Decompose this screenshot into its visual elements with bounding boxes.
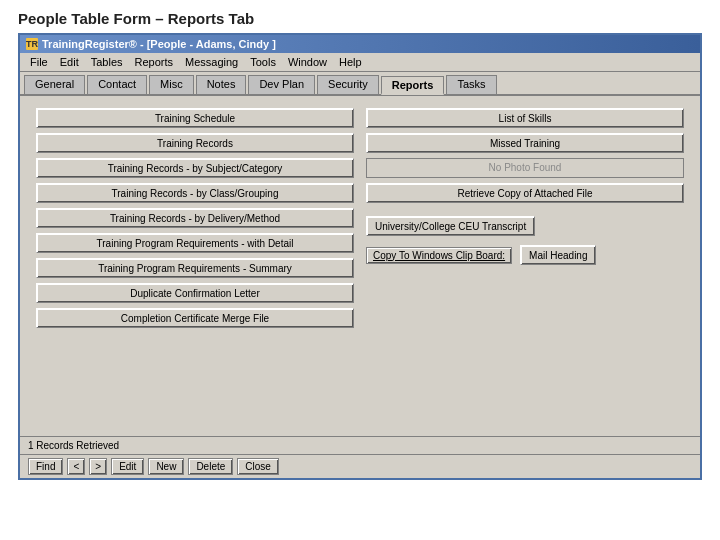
find-button[interactable]: Find — [28, 458, 63, 475]
btn-training-records-subject[interactable]: Training Records - by Subject/Category — [36, 158, 354, 178]
btn-training-records[interactable]: Training Records — [36, 133, 354, 153]
clip-label: Copy To Windows Clip Board: — [373, 250, 505, 261]
status-bar: 1 Records Retrieved — [20, 436, 700, 454]
btn-retrieve-copy[interactable]: Retrieve Copy of Attached File — [366, 183, 684, 203]
menu-help[interactable]: Help — [333, 55, 368, 69]
next-button[interactable]: > — [89, 458, 107, 475]
form-body: Training Schedule Training Records Train… — [20, 96, 700, 436]
records-retrieved: 1 Records Retrieved — [28, 440, 119, 451]
btn-list-skills[interactable]: List of Skills — [366, 108, 684, 128]
btn-duplicate-confirm[interactable]: Duplicate Confirmation Letter — [36, 283, 354, 303]
menu-file[interactable]: File — [24, 55, 54, 69]
prev-button[interactable]: < — [67, 458, 85, 475]
tab-misc[interactable]: Misc — [149, 75, 194, 94]
btn-program-req-detail[interactable]: Training Program Requirements - with Det… — [36, 233, 354, 253]
tabs-bar: General Contact Misc Notes Dev Plan Secu… — [20, 72, 700, 96]
nav-bar: Find < > Edit New Delete Close — [20, 454, 700, 478]
btn-training-records-class[interactable]: Training Records - by Class/Grouping — [36, 183, 354, 203]
no-photo-box: No Photo Found — [366, 158, 684, 178]
edit-button[interactable]: Edit — [111, 458, 144, 475]
btn-mail-heading[interactable]: Mail Heading — [520, 245, 596, 265]
left-col: Training Schedule Training Records Train… — [30, 104, 360, 332]
btn-copy-clipboard[interactable]: Copy To Windows Clip Board: — [366, 247, 512, 264]
btn-training-schedule[interactable]: Training Schedule — [36, 108, 354, 128]
delete-button[interactable]: Delete — [188, 458, 233, 475]
tab-tasks[interactable]: Tasks — [446, 75, 496, 94]
menu-tables[interactable]: Tables — [85, 55, 129, 69]
tab-devplan[interactable]: Dev Plan — [248, 75, 315, 94]
menu-edit[interactable]: Edit — [54, 55, 85, 69]
menu-tools[interactable]: Tools — [244, 55, 282, 69]
tab-general[interactable]: General — [24, 75, 85, 94]
btn-completion-cert[interactable]: Completion Certificate Merge File — [36, 308, 354, 328]
titlebar-icon: TR — [26, 38, 38, 50]
close-button[interactable]: Close — [237, 458, 279, 475]
btn-program-req-summary[interactable]: Training Program Requirements - Summary — [36, 258, 354, 278]
page-title: People Table Form – Reports Tab — [0, 0, 720, 33]
buttons-grid: Training Schedule Training Records Train… — [30, 104, 690, 332]
btn-training-records-delivery[interactable]: Training Records - by Delivery/Method — [36, 208, 354, 228]
tab-security[interactable]: Security — [317, 75, 379, 94]
right-col: List of Skills Missed Training No Photo … — [360, 104, 690, 332]
menu-reports[interactable]: Reports — [129, 55, 180, 69]
menu-bar: File Edit Tables Reports Messaging Tools… — [20, 53, 700, 72]
window-titlebar: TR TrainingRegister® - [People - Adams, … — [20, 35, 700, 53]
tab-reports[interactable]: Reports — [381, 76, 445, 95]
window-outer: TR TrainingRegister® - [People - Adams, … — [18, 33, 702, 480]
btn-ceu-transcript[interactable]: University/College CEU Transcript — [366, 216, 535, 236]
menu-window[interactable]: Window — [282, 55, 333, 69]
btn-missed-training[interactable]: Missed Training — [366, 133, 684, 153]
tab-notes[interactable]: Notes — [196, 75, 247, 94]
menu-messaging[interactable]: Messaging — [179, 55, 244, 69]
bottom-btn-group: Copy To Windows Clip Board: Mail Heading — [366, 245, 684, 265]
tab-contact[interactable]: Contact — [87, 75, 147, 94]
new-button[interactable]: New — [148, 458, 184, 475]
titlebar-text: TrainingRegister® - [People - Adams, Cin… — [42, 38, 276, 50]
